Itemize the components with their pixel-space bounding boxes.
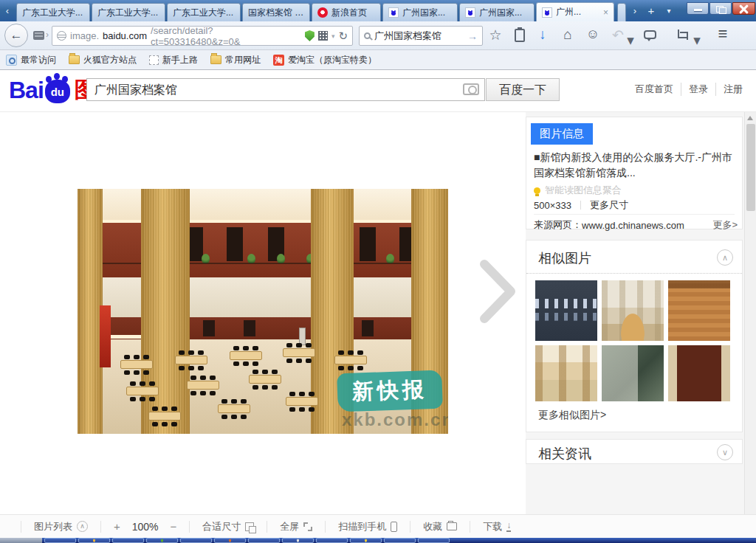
taskbar-button[interactable] — [180, 538, 212, 543]
fit-size-button[interactable]: 合适尺寸 — [202, 520, 254, 533]
browser-search-box[interactable]: 广州国家档案馆 → — [359, 26, 483, 46]
search-go-icon[interactable]: → — [467, 30, 478, 42]
similar-image-thumbnail[interactable] — [535, 345, 597, 401]
taskbar-button[interactable] — [384, 538, 416, 543]
bookmark-item-getting-started[interactable]: 新手上路 — [149, 54, 198, 66]
bookmark-item-taobao[interactable]: 淘爱淘宝（原淘宝特卖） — [273, 54, 377, 66]
window-close-button[interactable] — [732, 2, 755, 15]
favorite-label: 收藏 — [423, 520, 442, 533]
fullscreen-button[interactable]: 全屏 — [280, 520, 312, 533]
address-dropdown-icon[interactable]: ▾ — [331, 32, 335, 40]
browser-tab[interactable]: 广东工业大学... — [167, 3, 241, 21]
page-scrollbar[interactable] — [744, 112, 756, 514]
taskbar-start-area[interactable] — [0, 538, 42, 543]
reload-icon[interactable]: ↻ — [338, 30, 348, 43]
chat-bubble-icon[interactable] — [644, 30, 656, 39]
photo-wood-column — [78, 189, 103, 434]
favorite-button[interactable]: 收藏 — [423, 520, 457, 533]
similar-images-card: 相似图片 ∧ 更多相似图片> — [526, 240, 743, 432]
downloads-icon[interactable]: ↓ — [533, 27, 552, 43]
taskbar-button[interactable] — [44, 538, 76, 543]
zoom-in-button[interactable]: + — [114, 520, 120, 533]
taskbar-button[interactable] — [214, 538, 246, 543]
photo-reading-table — [126, 387, 159, 395]
feedback-smiley-icon[interactable]: ☺ — [583, 27, 602, 42]
security-shield-icon[interactable] — [305, 30, 315, 41]
globe-icon — [57, 31, 66, 41]
link-baidu-home[interactable]: 百度首页 — [628, 83, 681, 96]
next-image-button[interactable] — [477, 258, 521, 325]
taskbar-button[interactable] — [146, 538, 178, 543]
bookmark-star-icon[interactable]: ☆ — [486, 27, 505, 44]
photo-reading-table — [230, 351, 262, 360]
recent-pages-icon[interactable] — [33, 31, 44, 40]
browser-tab-active[interactable]: 广州... × — [536, 2, 614, 21]
more-similar-link[interactable]: 更多相似图片> — [538, 409, 606, 422]
zoom-out-button[interactable]: − — [171, 520, 177, 533]
similar-image-thumbnail[interactable] — [535, 280, 597, 341]
tab-scroll-left-button[interactable]: ‹ — [1, 4, 13, 18]
scrollbar-up-arrow[interactable] — [747, 116, 753, 120]
undo-dropdown-icon[interactable]: ▾ — [626, 32, 635, 49]
baidu-search-button[interactable]: 百度一下 — [486, 78, 560, 101]
image-description[interactable]: ■新馆内新投入使用的公众服务大厅.-广州市国家档案馆新馆落成... — [534, 150, 736, 181]
screenshot-crop-icon[interactable] — [676, 30, 687, 40]
undo-icon[interactable]: ↶ — [608, 27, 628, 44]
back-button[interactable]: ← — [4, 24, 28, 47]
main-image[interactable]: 新快报 xkb.com.cn — [78, 189, 448, 434]
taskbar-button[interactable] — [316, 538, 348, 543]
link-login[interactable]: 登录 — [681, 83, 716, 96]
collapse-button[interactable]: ∧ — [717, 249, 733, 266]
scan-to-phone-button[interactable]: 扫描到手机 — [338, 520, 397, 533]
menu-icon[interactable]: ≡ — [713, 24, 732, 44]
photo-door — [227, 227, 243, 261]
similar-image-thumbnail[interactable] — [668, 345, 730, 401]
download-button[interactable]: 下载 ↓ — [483, 520, 511, 533]
browser-tab[interactable]: 广东工业大学... — [16, 3, 90, 21]
image-list-button[interactable]: 图片列表 ∧ — [34, 520, 88, 533]
new-tab-button[interactable]: + — [645, 4, 657, 18]
photo-lower-door — [203, 320, 215, 336]
tab-scroll-right-button[interactable]: › — [629, 4, 641, 18]
tab-list-button[interactable]: ▾ — [663, 4, 675, 18]
smart-info-row: 智能读图信息聚合 — [534, 184, 622, 197]
browser-tab[interactable]: 广州国家... — [459, 3, 535, 21]
photo-light-strip — [190, 220, 311, 223]
qr-code-icon[interactable] — [318, 31, 328, 41]
browser-tab[interactable]: 新浪首页 — [312, 3, 381, 21]
image-search-input[interactable]: 广州国家档案馆 — [86, 78, 485, 101]
more-sizes-link[interactable]: 更多尺寸 — [590, 198, 628, 212]
address-bar[interactable]: image.baidu.com/search/detail?ct=5033164… — [52, 26, 353, 46]
similar-image-thumbnail[interactable] — [668, 280, 730, 341]
similar-image-thumbnail[interactable] — [602, 280, 664, 341]
browser-tab[interactable]: 广东工业大学... — [92, 3, 165, 21]
bookmark-item-common-sites[interactable]: 常用网址 — [210, 54, 261, 66]
browser-tab[interactable]: 广州国家... — [382, 3, 458, 21]
taskbar-button[interactable] — [350, 538, 382, 543]
taskbar-button[interactable] — [418, 538, 450, 543]
taskbar-button[interactable] — [248, 538, 280, 543]
zoom-controls: + 100% − — [114, 520, 176, 533]
window-restore-button[interactable] — [709, 2, 732, 15]
source-url-link[interactable]: www.gd.chinanews.com — [582, 220, 684, 231]
similar-image-thumbnail[interactable] — [602, 345, 664, 401]
home-icon[interactable]: ⌂ — [558, 27, 577, 43]
bookmark-item-most-visited[interactable]: 最常访问 — [6, 54, 56, 66]
taskbar-button[interactable] — [112, 538, 144, 543]
source-more-link[interactable]: 更多> — [712, 218, 738, 232]
browser-tab[interactable]: 国家档案馆 -... — [242, 3, 310, 21]
bookmark-item-firefox[interactable]: 火狐官方站点 — [69, 54, 137, 66]
clipboard-icon[interactable] — [515, 29, 525, 42]
browser-tab-partial[interactable] — [617, 3, 626, 21]
taskbar-button[interactable] — [282, 538, 314, 543]
camera-search-icon[interactable] — [463, 83, 479, 95]
link-register[interactable]: 注册 — [716, 83, 750, 96]
taskbar-button[interactable] — [78, 538, 110, 543]
window-minimize-button[interactable] — [687, 2, 709, 15]
crop-dropdown-icon[interactable]: ▾ — [693, 32, 701, 49]
tab-label: 广州国家... — [402, 7, 452, 19]
photo-door — [360, 227, 376, 261]
expand-button[interactable]: ∨ — [717, 444, 733, 460]
tab-close-icon[interactable]: × — [603, 7, 608, 18]
scrollbar-thumb[interactable] — [746, 124, 755, 211]
